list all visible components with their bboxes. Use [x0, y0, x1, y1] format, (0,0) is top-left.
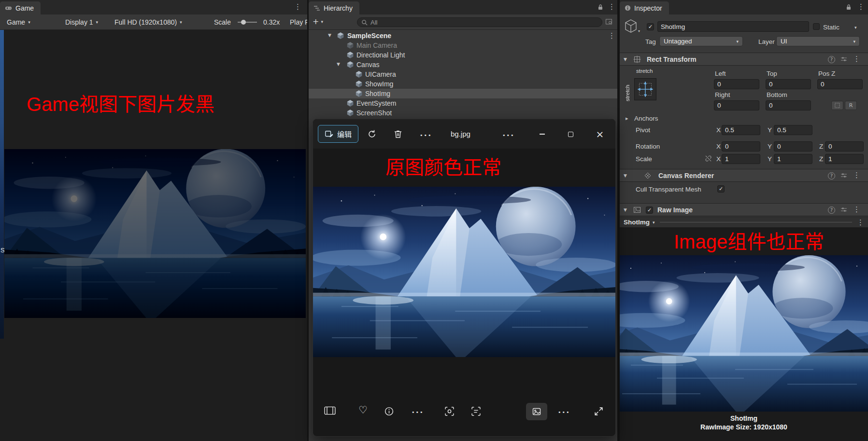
scale-x-field[interactable]: 1	[722, 154, 760, 164]
close-button[interactable]: ×	[592, 128, 608, 140]
maximize-button[interactable]	[563, 128, 578, 140]
anchors-foldout-icon[interactable]: ▸	[626, 116, 628, 121]
component-enabled-checkbox[interactable]: ✓	[646, 207, 653, 214]
anchor-preset-widget[interactable]	[634, 78, 656, 100]
blueprint-mode-button[interactable]	[831, 101, 843, 110]
canvas-renderer-header[interactable]: ▼ Canvas Renderer ? ⋮	[620, 169, 868, 182]
cull-transparent-mesh-checkbox[interactable]: ✓	[717, 185, 725, 193]
active-checkbox[interactable]: ✓	[647, 23, 654, 30]
pos-z-label: Pos Z	[818, 70, 835, 77]
scene-menu-icon[interactable]: ⋮	[608, 32, 615, 40]
presets-icon[interactable]	[840, 55, 848, 63]
lock-icon[interactable]	[846, 4, 852, 12]
hierarchy-item-canvas[interactable]: ▼ Canvas	[309, 60, 617, 69]
photos-titlebar[interactable]: 编辑 ••• bg.jpg ••• ×	[313, 119, 616, 149]
photo-thumbnail-button[interactable]	[526, 403, 547, 420]
rect-transform-header[interactable]: ▼ Rect Transform ? ⋮	[620, 53, 868, 66]
hierarchy-item-main-camera[interactable]: Main Camera	[309, 41, 617, 50]
gameobject-icon-dropdown[interactable]: ▾	[638, 29, 640, 33]
gameobject-cube-icon[interactable]	[623, 18, 639, 34]
hierarchy-item-screenshot[interactable]: ScreenShot	[309, 108, 617, 118]
minimize-button[interactable]	[534, 128, 550, 140]
rotation-y-field[interactable]: 0	[774, 141, 812, 152]
foldout-icon[interactable]: ▼	[624, 174, 627, 178]
rotation-label: Rotation	[636, 143, 660, 150]
delete-icon[interactable]	[393, 129, 403, 139]
left-field[interactable]: 0	[714, 79, 759, 89]
tab-game-label: Game	[15, 4, 34, 12]
static-dropdown-icon[interactable]: ▾	[854, 25, 857, 30]
help-icon[interactable]: ?	[828, 172, 835, 179]
game-target-dropdown[interactable]: Game ▾	[7, 18, 30, 26]
foldout-icon[interactable]: ▼	[624, 57, 627, 62]
hierarchy-item-directional-light[interactable]: Directional Light	[309, 50, 617, 60]
more-commands-icon[interactable]: •••	[502, 132, 514, 138]
gameobject-name-field[interactable]: ShotImg	[657, 21, 809, 32]
more-options-icon[interactable]: •••	[420, 132, 432, 138]
component-menu-icon[interactable]: ⋮	[853, 172, 860, 179]
right-field[interactable]: 0	[714, 100, 759, 110]
scale-slider[interactable]	[238, 22, 257, 23]
foldout-icon[interactable]: ▼	[337, 62, 340, 67]
game-panel-menu-icon[interactable]: ⋮	[294, 3, 301, 11]
preview-splitter-handle[interactable]	[660, 222, 852, 222]
hierarchy-item-shotimg[interactable]: ShotImg	[309, 89, 617, 98]
hierarchy-item-uicamera[interactable]: UICamera	[309, 69, 617, 79]
more-view-options-icon[interactable]: •••	[558, 409, 570, 415]
visual-search-icon[interactable]	[444, 406, 455, 416]
lock-icon[interactable]	[598, 4, 603, 12]
layer-dropdown[interactable]: UI ▾	[776, 36, 860, 46]
static-checkbox[interactable]	[813, 23, 820, 30]
filmstrip-icon[interactable]	[324, 406, 336, 415]
top-field[interactable]: 0	[766, 79, 811, 89]
preview-menu-icon[interactable]: ⋮	[857, 218, 864, 227]
help-icon[interactable]: ?	[828, 56, 835, 63]
help-icon[interactable]: ?	[828, 207, 835, 214]
scale-y-field[interactable]: 1	[774, 154, 812, 164]
hierarchy-item-samplescene[interactable]: ▼ SampleScene ⋮	[309, 31, 617, 41]
hierarchy-menu-icon[interactable]: ⋮	[608, 3, 615, 11]
text-recognition-icon[interactable]	[471, 406, 481, 416]
info-icon[interactable]	[384, 406, 394, 416]
pivot-y-field[interactable]: 0.5	[774, 125, 812, 135]
rotation-x-field[interactable]: 0	[722, 141, 760, 152]
link-broken-icon[interactable]	[705, 155, 712, 162]
pos-z-field[interactable]: 0	[817, 79, 863, 89]
raw-edit-mode-button[interactable]: R	[845, 101, 857, 110]
play-focused-dropdown[interactable]: Play F	[290, 18, 307, 26]
open-search-window-icon[interactable]	[605, 18, 612, 25]
tab-game[interactable]: Game	[0, 1, 41, 14]
presets-icon[interactable]	[840, 172, 848, 179]
rotation-z-field[interactable]: 0	[825, 141, 864, 152]
hierarchy-item-showimg[interactable]: ShowImg	[309, 79, 617, 89]
raw-image-header[interactable]: ▼ ✓ Raw Image ? ⋮	[620, 203, 868, 216]
layer-value: UI	[781, 38, 787, 45]
create-object-button[interactable]: + ▾	[313, 17, 323, 26]
hierarchy-tabbar: Hierarchy ⋮	[309, 0, 617, 14]
component-menu-icon[interactable]: ⋮	[853, 206, 860, 213]
more-tools-icon[interactable]: •••	[412, 409, 424, 415]
tab-inspector[interactable]: Inspector	[620, 1, 669, 14]
edit-button[interactable]: 编辑	[318, 125, 358, 143]
preview-pane-header[interactable]: ShotImg ▾ ⋮	[620, 217, 868, 228]
inspector-menu-icon[interactable]: ⋮	[857, 3, 865, 11]
fullscreen-icon[interactable]	[594, 406, 604, 416]
presets-icon[interactable]	[840, 206, 848, 214]
x-axis-label: X	[716, 126, 721, 134]
resolution-dropdown[interactable]: Full HD (1920x1080) ▾	[114, 18, 182, 26]
favorite-heart-icon[interactable]: ♡	[358, 404, 368, 416]
bottom-field[interactable]: 0	[766, 100, 811, 110]
tag-dropdown[interactable]: Untagged ▾	[659, 36, 743, 46]
rotate-icon[interactable]	[367, 129, 377, 139]
display-dropdown[interactable]: Display 1 ▾	[65, 18, 98, 26]
component-menu-icon[interactable]: ⋮	[853, 55, 860, 63]
scale-z-field[interactable]: 1	[825, 154, 864, 164]
scale-slider-knob[interactable]	[241, 20, 246, 25]
tab-hierarchy[interactable]: Hierarchy	[309, 1, 359, 14]
foldout-icon[interactable]: ▼	[328, 33, 331, 38]
foldout-icon[interactable]: ▼	[624, 208, 627, 212]
hierarchy-search-input[interactable]: All	[357, 17, 602, 27]
pivot-x-field[interactable]: 0.5	[722, 125, 760, 135]
hierarchy-item-label: SampleScene	[347, 32, 391, 40]
hierarchy-item-eventsystem[interactable]: EventSystem	[309, 98, 617, 108]
